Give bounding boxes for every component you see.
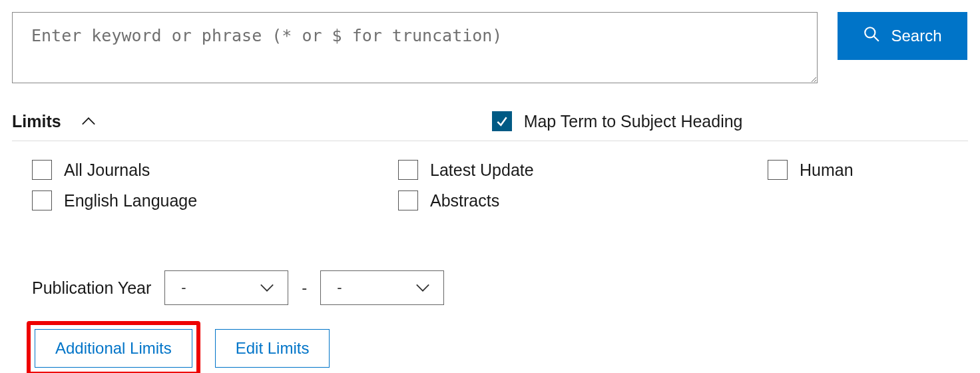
checkbox-label: English Language <box>64 191 197 210</box>
search-icon <box>863 25 880 47</box>
checkbox-human[interactable]: Human <box>768 160 854 180</box>
chevron-down-icon <box>260 279 274 296</box>
checkbox-box[interactable] <box>32 160 52 180</box>
chevron-up-icon[interactable] <box>81 117 96 126</box>
map-term-block: Map Term to Subject Heading <box>492 111 743 131</box>
limits-header: Limits Map Term to Subject Heading <box>12 111 968 141</box>
year-to-value: - <box>337 279 342 296</box>
year-from-select[interactable]: - <box>164 270 288 305</box>
additional-limits-button[interactable]: Additional Limits <box>35 329 192 368</box>
search-button-label: Search <box>891 27 941 45</box>
checkbox-label: Latest Update <box>430 161 534 180</box>
chevron-down-icon <box>415 279 430 296</box>
actions-row: Additional Limits Edit Limits <box>12 321 968 373</box>
year-from-value: - <box>181 279 186 296</box>
checkbox-label: Abstracts <box>430 191 499 210</box>
limits-col-3: Human <box>768 160 854 210</box>
year-to-select[interactable]: - <box>320 270 444 305</box>
year-separator: - <box>302 278 307 297</box>
svg-line-1 <box>874 36 879 41</box>
publication-year-label: Publication Year <box>32 278 151 298</box>
limits-grid: All Journals English Language Latest Upd… <box>12 160 968 210</box>
publication-year-row: Publication Year - - - <box>12 270 968 305</box>
search-input[interactable] <box>12 12 818 83</box>
limits-title: Limits <box>12 112 61 131</box>
checkbox-box[interactable] <box>398 190 418 210</box>
checkbox-box[interactable] <box>768 160 788 180</box>
checkbox-box[interactable] <box>398 160 418 180</box>
checkbox-latest-update[interactable]: Latest Update <box>398 160 768 180</box>
checkbox-abstracts[interactable]: Abstracts <box>398 190 768 210</box>
svg-point-0 <box>865 27 875 37</box>
search-row: Search <box>12 12 968 83</box>
search-button[interactable]: Search <box>838 12 967 60</box>
limits-col-2: Latest Update Abstracts <box>398 160 768 210</box>
checkbox-label: All Journals <box>64 161 150 180</box>
highlight-box: Additional Limits <box>27 321 200 373</box>
checkbox-label: Human <box>800 161 854 180</box>
checkbox-box[interactable] <box>32 190 52 210</box>
edit-limits-button[interactable]: Edit Limits <box>215 329 330 368</box>
map-term-checkbox[interactable] <box>492 111 512 131</box>
checkbox-all-journals[interactable]: All Journals <box>32 160 398 180</box>
checkbox-english-language[interactable]: English Language <box>32 190 398 210</box>
map-term-label: Map Term to Subject Heading <box>524 112 743 131</box>
limits-col-1: All Journals English Language <box>32 160 398 210</box>
